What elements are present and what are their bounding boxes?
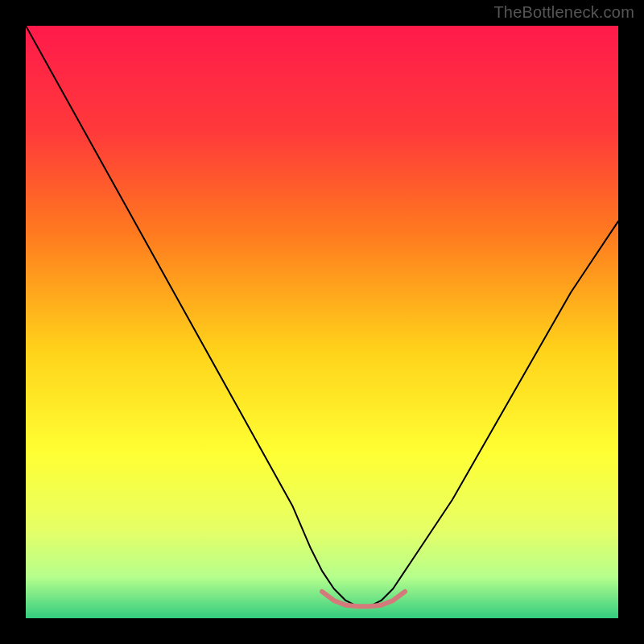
background-gradient xyxy=(26,26,618,618)
chart-frame: TheBottleneck.com xyxy=(0,0,644,644)
svg-rect-0 xyxy=(26,26,618,618)
plot-area xyxy=(26,26,618,618)
watermark-text: TheBottleneck.com xyxy=(493,3,634,22)
